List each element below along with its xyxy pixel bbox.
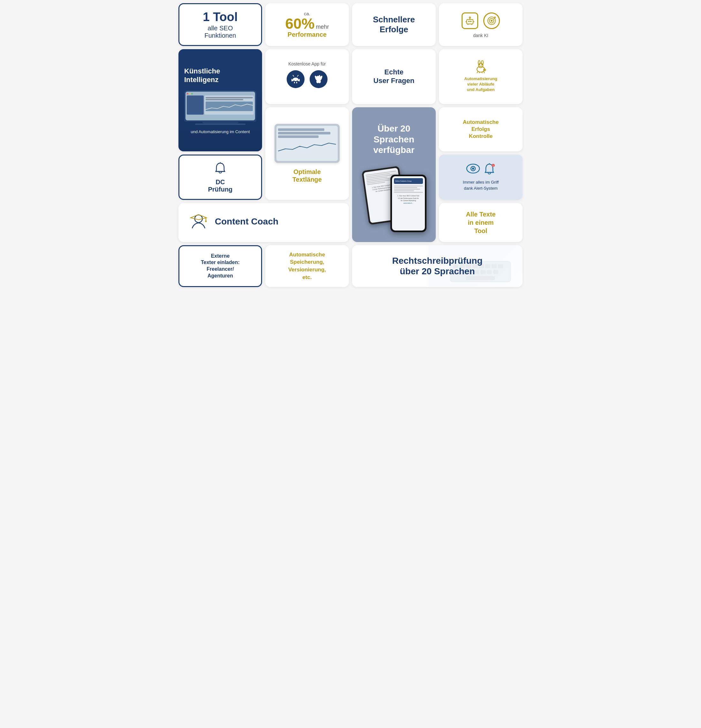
1tool-line3: Funktionen bbox=[205, 32, 236, 39]
alle-texte-line3: Tool bbox=[475, 227, 488, 235]
kontrolle-line2: Erfolgs bbox=[472, 126, 490, 133]
bunny-icon bbox=[473, 60, 489, 74]
tablet-mockup bbox=[274, 124, 339, 163]
schnellere-line1: Schnellere bbox=[373, 15, 415, 25]
svg-line-31 bbox=[477, 72, 478, 73]
svg-point-46 bbox=[205, 220, 207, 222]
auto-ablaufe-line1: Automatisierung bbox=[464, 76, 497, 82]
externe-line3: Freelancer/ bbox=[206, 266, 234, 273]
echte-line2: User Fragen bbox=[374, 77, 414, 85]
kuenstliche-title1: Künstliche bbox=[184, 67, 256, 75]
kontrolle-line1: Automatische bbox=[463, 119, 499, 126]
alle-texte-line2: in einem bbox=[468, 218, 493, 227]
phones-mockup: 1. Das neue SEO Content Tool 2.0 der Per… bbox=[358, 162, 430, 232]
auto-ablaufe-line3: und Aufgaben bbox=[467, 87, 495, 92]
svg-rect-20 bbox=[299, 79, 300, 81]
svg-rect-21 bbox=[294, 82, 295, 83]
card-60pct: ca. 60% mehr Performance bbox=[265, 3, 349, 46]
svg-text:!: ! bbox=[493, 165, 493, 167]
eye-icon bbox=[466, 163, 480, 174]
android-icon bbox=[287, 70, 304, 88]
alert-icons: ! bbox=[466, 163, 496, 177]
svg-point-24 bbox=[477, 66, 485, 72]
card-rechtschreib: Rechtschreibprüfung über 20 Sprachen bbox=[352, 245, 522, 287]
svg-rect-54 bbox=[492, 264, 497, 268]
externe-line2: Texter einladen: bbox=[201, 259, 240, 266]
card-alert: ! Immer alles im Griff dank Alert-System bbox=[439, 155, 522, 200]
externe-line1: Externe bbox=[211, 253, 230, 260]
svg-point-13 bbox=[294, 80, 295, 81]
platform-icons bbox=[286, 69, 329, 90]
svg-rect-62 bbox=[493, 270, 498, 274]
svg-rect-19 bbox=[291, 79, 293, 81]
60pct-percent: 60% bbox=[285, 16, 314, 31]
bell-large-icon bbox=[213, 161, 227, 176]
60pct-word: Performance bbox=[288, 31, 327, 38]
card-echte: Echte User Fragen bbox=[352, 49, 436, 104]
robot-icon bbox=[462, 13, 478, 29]
card-kuenstliche: Künstliche Intelligenz bbox=[179, 49, 262, 151]
dc-line1: DC bbox=[216, 179, 225, 186]
dc-line2: Prüfung bbox=[208, 186, 233, 193]
ki-icons-row bbox=[460, 11, 501, 30]
svg-rect-63 bbox=[466, 276, 495, 280]
svg-rect-2 bbox=[470, 21, 472, 22]
svg-rect-55 bbox=[498, 264, 503, 268]
svg-point-18 bbox=[298, 75, 299, 75]
card-sprachen: Über 20 Sprachen verfügbar bbox=[352, 107, 436, 242]
schnellere-line2: Erfolge bbox=[379, 25, 408, 35]
60pct-suffix: mehr bbox=[316, 24, 329, 30]
auto-speich-line2: Speicherung, bbox=[290, 258, 325, 266]
card-content-coach: Content Coach bbox=[179, 203, 349, 242]
card-dc-pruefung: DC Prüfung bbox=[179, 155, 262, 200]
svg-rect-61 bbox=[487, 270, 492, 274]
svg-rect-0 bbox=[467, 19, 473, 24]
sprachen-line2: Sprachen bbox=[373, 134, 414, 145]
kuenstliche-title2: Intelligenz bbox=[184, 76, 256, 84]
svg-point-11 bbox=[490, 20, 493, 22]
card-auto-ablaufe: Automatisierung vieler Abläufe und Aufga… bbox=[439, 49, 522, 104]
alert-line2: dank Alert-System bbox=[464, 185, 498, 191]
auto-speich-line4: etc. bbox=[302, 274, 312, 281]
sprachen-line1: Über 20 bbox=[373, 123, 414, 134]
svg-point-17 bbox=[293, 75, 293, 75]
echte-line1: Echte bbox=[384, 68, 404, 76]
1tool-line2: alle SEO bbox=[208, 25, 233, 32]
card-auto-speich: Automatische Speicherung, Versionierung,… bbox=[265, 245, 349, 287]
externe-line4: Agenturen bbox=[208, 273, 233, 279]
svg-point-29 bbox=[481, 65, 482, 66]
content-coach-visual bbox=[188, 211, 210, 234]
alert-line1: Immer alles im Griff bbox=[463, 179, 499, 185]
app-prefix: Kostenlose App für bbox=[288, 61, 326, 66]
svg-point-28 bbox=[479, 65, 480, 66]
card-externe: Externe Texter einladen: Freelancer/ Age… bbox=[179, 245, 262, 287]
rechtschreib-line1: Rechtschreibprüfung bbox=[392, 256, 482, 266]
card-schnellere: Schnellere Erfolge bbox=[352, 3, 436, 46]
content-coach-label: Content Coach bbox=[215, 217, 278, 227]
bell-icon: ! bbox=[483, 163, 496, 177]
rechtschreib-line2: über 20 Sprachen bbox=[392, 266, 482, 277]
svg-rect-53 bbox=[485, 264, 490, 268]
svg-point-4 bbox=[469, 17, 470, 18]
apple-icon bbox=[310, 70, 327, 88]
card-ki: dank KI bbox=[439, 3, 522, 46]
auto-speich-line3: Versionierung, bbox=[288, 266, 326, 274]
svg-point-14 bbox=[297, 80, 298, 81]
alle-texte-line1: Alle Texte bbox=[466, 210, 496, 218]
auto-speich-line1: Automatische bbox=[289, 251, 325, 259]
svg-rect-22 bbox=[296, 82, 297, 83]
optimale-line1: Optimale bbox=[293, 168, 321, 175]
card-1tool: 1 Tool alle SEO Funktionen bbox=[179, 3, 262, 46]
1tool-title: 1 Tool bbox=[203, 10, 238, 25]
kuenstliche-subtitle: und Automatisierung im Content bbox=[191, 129, 250, 134]
card-alle-texte: Alle Texte in einem Tool bbox=[439, 203, 522, 242]
laptop-mockup bbox=[184, 90, 256, 125]
card-auto-kontrolle: Automatische Erfolgs Kontrolle bbox=[439, 107, 522, 151]
svg-point-23 bbox=[319, 75, 320, 76]
svg-point-25 bbox=[479, 63, 483, 68]
svg-point-39 bbox=[472, 168, 475, 170]
card-optimale: Optimale Textlänge bbox=[265, 107, 349, 200]
svg-line-34 bbox=[484, 72, 485, 73]
svg-rect-1 bbox=[468, 21, 470, 22]
kontrolle-line3: Kontrolle bbox=[469, 133, 493, 140]
